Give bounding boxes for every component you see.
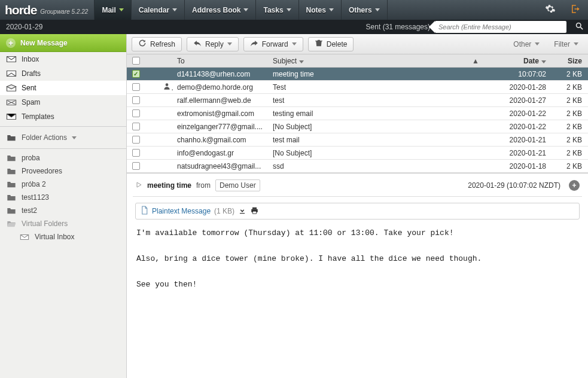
virtual-folder-virtual-inbox[interactable]: Virtual Inbox — [0, 230, 126, 243]
folder-icon — [6, 180, 17, 188]
message-row[interactable]: einzelganger777@gmail....[No Subject]202… — [127, 120, 588, 133]
mailbox-templates[interactable]: Templates — [0, 109, 126, 124]
app-logo[interactable]: horde Groupware 5.2.22 — [0, 0, 94, 20]
folder-proveedores[interactable]: Proveedores — [0, 164, 126, 178]
search-icon — [575, 22, 584, 32]
message-row[interactable]: d1411438@urhen.commeeting time10:07:022 … — [127, 68, 588, 81]
folder-label: proba — [22, 154, 40, 162]
folder-test1123[interactable]: test1123 — [0, 191, 126, 204]
message-row[interactable]: chanho.k@gmail.comtest mail2020-01-212 K… — [127, 133, 588, 147]
mailbox-inbox[interactable]: Inbox — [0, 52, 126, 66]
filter-label: Filter — [554, 40, 570, 48]
select-all-checkbox[interactable] — [132, 57, 140, 65]
reply-icon — [193, 39, 202, 49]
row-checkbox[interactable] — [132, 96, 140, 104]
attachment-size: (1 KB) — [214, 207, 234, 215]
column-attachment[interactable]: ▲ — [468, 57, 484, 65]
virtual-folders-heading[interactable]: Virtual Folders — [0, 217, 126, 230]
row-checkbox[interactable] — [132, 149, 140, 157]
refresh-icon — [138, 39, 147, 49]
settings-button[interactable] — [538, 0, 563, 20]
topnav-label: Others — [349, 6, 372, 14]
folder-icon — [6, 167, 17, 175]
mailbox-sent[interactable]: Sent — [0, 81, 126, 95]
preview-from-label: from — [196, 181, 211, 190]
message-row[interactable]: info@endogast.gr[No Subject]2020-01-212 … — [127, 147, 588, 160]
folder-icon — [6, 193, 17, 202]
message-list-header: To Subject ▲ Date Size — [127, 54, 588, 68]
message-row[interactable]: ralf.ellermann@web.detest2020-01-272 KB — [127, 94, 588, 107]
topnav-item-mail[interactable]: Mail — [94, 0, 131, 20]
row-checkbox[interactable] — [132, 83, 140, 91]
column-to[interactable]: To — [173, 57, 269, 65]
row-checkbox[interactable] — [132, 123, 140, 130]
search-button[interactable] — [570, 20, 588, 34]
row-to: d1411438@urhen.com — [173, 70, 269, 78]
chevron-down-icon — [243, 8, 248, 11]
main-area: + New Message InboxDraftsSentSpamTemplat… — [0, 34, 588, 378]
sidebar: + New Message InboxDraftsSentSpamTemplat… — [0, 34, 127, 378]
attachment-label[interactable]: Plaintext Message — [152, 207, 211, 215]
logout-button[interactable] — [563, 0, 588, 20]
folder-próba-2[interactable]: próba 2 — [0, 178, 126, 191]
search-field-wrap — [435, 21, 566, 33]
message-body: I'm available tomorrow (Thursday) at 11:… — [127, 223, 588, 294]
svg-rect-4 — [240, 213, 245, 214]
topnav-item-calendar[interactable]: Calendar — [132, 0, 185, 20]
chevron-down-icon — [329, 8, 334, 11]
mailbox-label: Inbox — [22, 55, 39, 63]
preview-subject: meeting time — [147, 181, 191, 190]
topnav-item-tasks[interactable]: Tasks — [256, 0, 298, 20]
row-size: 2 KB — [550, 162, 588, 170]
column-subject[interactable]: Subject — [269, 57, 468, 65]
refresh-button[interactable]: Refresh — [132, 37, 182, 51]
preview-from-name[interactable]: Demo User — [215, 179, 260, 191]
topnav-item-others[interactable]: Others — [342, 0, 388, 20]
virtual-folders-label: Virtual Folders — [22, 220, 68, 228]
search-input[interactable] — [435, 23, 566, 31]
message-row[interactable]: extromonist@gmail.comtesting email2020-0… — [127, 107, 588, 120]
mailbox-label: Drafts — [22, 69, 41, 78]
svg-rect-5 — [252, 207, 257, 209]
row-checkbox[interactable] — [132, 109, 140, 117]
chevron-down-icon — [227, 42, 232, 45]
row-checkbox[interactable] — [132, 136, 140, 144]
row-size: 2 KB — [550, 136, 588, 144]
mailbox-spam[interactable]: Spam — [0, 95, 126, 109]
new-message-button[interactable]: + New Message — [0, 34, 126, 52]
message-row[interactable]: demo@demo.horde.orgTest2020-01-282 KB — [127, 81, 588, 94]
row-checkbox[interactable] — [132, 70, 140, 78]
topnav-label: Mail — [102, 6, 115, 14]
row-size: 2 KB — [550, 83, 588, 92]
content-pane: Refresh Reply Forward Delete Other — [127, 34, 588, 378]
reply-button[interactable]: Reply — [187, 37, 239, 51]
mailbox-label: Spam — [22, 98, 40, 106]
row-subject: testing email — [269, 109, 468, 118]
plus-icon: + — [6, 38, 16, 48]
forward-button[interactable]: Forward — [243, 37, 303, 51]
column-size[interactable]: Size — [550, 57, 588, 65]
filter-menu[interactable]: Filter — [549, 40, 583, 48]
download-icon[interactable] — [238, 206, 246, 217]
other-menu[interactable]: Other — [508, 40, 544, 48]
expand-preview-button[interactable]: + — [569, 180, 580, 191]
svg-point-3 — [166, 83, 169, 86]
print-icon[interactable] — [250, 206, 259, 217]
topnav-label: Notes — [306, 6, 326, 14]
mailbox-drafts[interactable]: Drafts — [0, 66, 126, 81]
folder-actions-button[interactable]: Folder Actions — [0, 129, 126, 146]
folder-proba[interactable]: proba — [0, 151, 126, 164]
folder-test2[interactable]: test2 — [0, 204, 126, 217]
topnav-item-address-book[interactable]: Address Book — [185, 0, 256, 20]
row-to: extromonist@gmail.com — [173, 109, 269, 118]
folder-list: probaProveedorespróba 2test1123test2 — [0, 151, 126, 217]
delete-button[interactable]: Delete — [308, 37, 354, 51]
message-row[interactable]: natsudragneel43@gmail...ssd2020-01-182 K… — [127, 160, 588, 173]
chevron-down-icon — [375, 8, 380, 11]
topnav-item-notes[interactable]: Notes — [299, 0, 342, 20]
chevron-down-icon — [287, 8, 291, 11]
row-checkbox[interactable] — [132, 162, 140, 170]
message-list[interactable]: d1411438@urhen.commeeting time10:07:022 … — [127, 68, 588, 173]
column-date[interactable]: Date — [484, 57, 550, 65]
row-date: 2020-01-21 — [484, 149, 550, 157]
